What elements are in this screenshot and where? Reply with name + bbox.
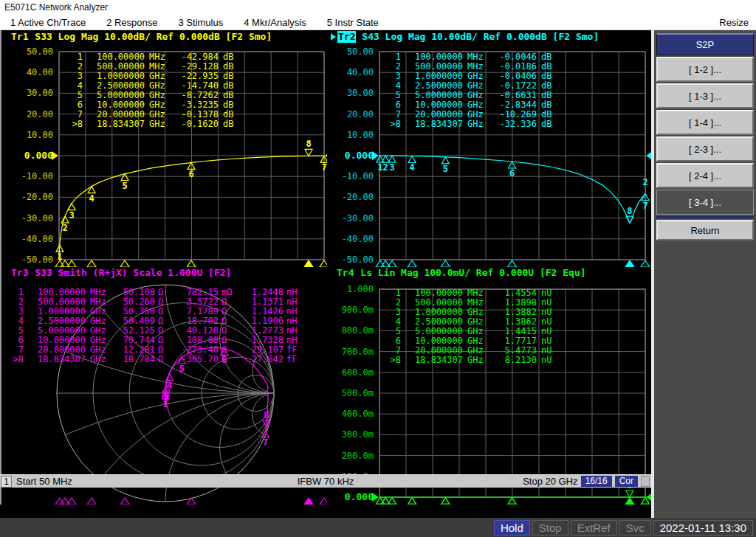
marker-table-row: >818.834307GHz-0.1620dB [63, 119, 241, 129]
channel-status-bar: 1 Start 50 MHz IFBW 70 kHz Stop 20 GHz 1… [0, 474, 651, 488]
ref-level-arrow-left-icon [52, 151, 58, 160]
svg-text:5: 5 [443, 164, 448, 174]
menu-item-4[interactable]: 4 Mkr/Analysis [233, 15, 317, 30]
svg-text:8: 8 [306, 139, 311, 149]
marker-4: 4 [88, 187, 95, 204]
softkey-2-4-button[interactable]: [ 2-4 ]... [656, 163, 754, 188]
trace-name-tr1: Tr1 [10, 31, 29, 43]
trace-format-tr1: S33 Log Mag 10.00dB/ Ref 0.000dB [F2 Smo… [29, 31, 272, 43]
softkey-2-3-button[interactable]: [ 2-3 ]... [656, 136, 754, 162]
menu-items: 1 Active Ch/Trace2 Response3 Stimulus4 M… [0, 15, 389, 30]
ref-level-arrow-left-icon [372, 151, 379, 160]
trace-format-tr4: Ls Lin Mag 100.0mU/ Ref 0.000U [F2 Equ] [354, 267, 585, 279]
window-titlebar: E5071C Network Analyzer [0, 0, 756, 15]
svg-text:-10.00: -10.00 [21, 171, 53, 181]
menu-item-2[interactable]: 2 Response [96, 15, 168, 30]
svg-text:-50.00: -50.00 [342, 254, 374, 265]
svg-text:6: 6 [188, 169, 193, 179]
window-title: E5071C Network Analyzer [4, 2, 108, 13]
analyzer-screen: E5071C Network Analyzer 1 Active Ch/Trac… [0, 0, 756, 537]
resize-button[interactable]: Resize [712, 15, 756, 30]
menu-item-1[interactable]: 1 Active Ch/Trace [0, 15, 96, 30]
svg-text:20.00: 20.00 [27, 109, 53, 119]
display-area: Tr1 S33 Log Mag 10.00dB/ Ref 0.000dB [F2… [0, 30, 756, 518]
softkey-1-3-button[interactable]: [ 1-3 ]... [656, 83, 754, 108]
svg-text:7: 7 [263, 437, 268, 448]
svg-text:600.0m: 600.0m [342, 367, 374, 378]
marker-position-indicators [55, 260, 327, 267]
stop-status-badge: Stop [532, 520, 568, 536]
svg-text:200.0m: 200.0m [342, 451, 374, 461]
svc-status-badge: Svc [619, 520, 651, 536]
svg-text:-10.00: -10.00 [342, 171, 374, 181]
svg-text:0.000: 0.000 [24, 150, 53, 161]
marker-8: 8 [626, 206, 633, 223]
svg-text:-30.00: -30.00 [21, 213, 53, 224]
svg-text:400.0m: 400.0m [342, 409, 374, 419]
svg-text:5: 5 [179, 364, 185, 374]
trace-header-tr2[interactable]: Tr2 S43 Log Mag 10.00dB/ Ref 0.000dB [F2… [327, 31, 653, 43]
softkey-separator [656, 216, 754, 218]
menu-spacer [389, 15, 712, 30]
svg-text:20.00: 20.00 [347, 109, 374, 119]
marker-table-tr2: 1100.00000MHz-0.0046dB2500.00000MHz-0.01… [382, 52, 559, 129]
marker-position-indicators [376, 260, 650, 267]
ref-level-arrow-left-icon [372, 493, 379, 502]
instrument-status-bar: Hold Stop ExtRef Svc 2022-01-11 13:30 [0, 518, 756, 537]
svg-text:0.000: 0.000 [345, 150, 374, 161]
softkey-1-2-button[interactable]: [ 1-2 ]... [656, 57, 754, 82]
trace-panel-tr3: Tr3 S33 Smith (R+jX) Scale 1.000U [F2] 1… [1, 267, 327, 505]
softkey-s2p-button[interactable]: S2P [656, 33, 754, 55]
svg-text:0.000: 0.000 [345, 491, 374, 502]
trace-name-tr3: Tr3 [10, 267, 29, 279]
svg-text:-20.00: -20.00 [342, 192, 374, 202]
softkey-sidebar: S2P[ 1-2 ]...[ 1-3 ]...[ 1-4 ]...[ 2-3 ]… [651, 30, 756, 518]
ifbw-label: IFBW 70 kHz [0, 476, 651, 487]
trace-header-tr1[interactable]: Tr1 S33 Log Mag 10.00dB/ Ref 0.000dB [F2… [1, 31, 327, 43]
marker-table-row: >818.834307GHz8.2130nU [382, 356, 559, 365]
marker-table-tr3: 1100.00000MHz50.108Ω782.15mΩ1.2448nH2500… [6, 288, 301, 364]
svg-text:2: 2 [62, 223, 67, 233]
svg-text:-40.00: -40.00 [21, 234, 53, 244]
svg-text:30.00: 30.00 [347, 88, 374, 98]
trace-name-tr4: Tr4 [336, 267, 354, 279]
svg-text:900.0m: 900.0m [342, 305, 374, 315]
marker-table-row: >818.834307GHz18.784Ω-305.70Ω27.642fF [6, 355, 301, 364]
svg-text:800.0m: 800.0m [342, 325, 374, 336]
softkey-1-4-button[interactable]: [ 1-4 ]... [656, 110, 754, 135]
svg-text:2: 2 [383, 162, 388, 173]
svg-text:50.00: 50.00 [347, 46, 374, 57]
svg-text:30.00: 30.00 [27, 88, 53, 98]
softkey-return-button[interactable]: Return [656, 220, 754, 240]
svg-text:3: 3 [390, 162, 395, 173]
extref-status-badge: ExtRef [571, 520, 617, 536]
svg-text:7: 7 [642, 201, 647, 211]
menu-bar: 1 Active Ch/Trace2 Response3 Stimulus4 M… [0, 15, 756, 30]
trace-header-tr3[interactable]: Tr3 S33 Smith (R+jX) Scale 1.000U [F2] [1, 267, 327, 279]
svg-text:50.00: 50.00 [27, 46, 53, 57]
menu-item-3[interactable]: 3 Stimulus [168, 15, 234, 30]
svg-text:4: 4 [167, 381, 172, 391]
plot-grid: Tr1 S33 Log Mag 10.00dB/ Ref 0.000dB [F2… [0, 30, 651, 505]
svg-text:3: 3 [69, 210, 74, 221]
trace-header-tr4[interactable]: Tr4 Ls Lin Mag 100.0mU/ Ref 0.000U [F2 E… [327, 267, 653, 279]
marker-table-row: >818.834307GHz-32.336dB [382, 119, 559, 129]
svg-text:5: 5 [122, 181, 127, 191]
svg-text:8: 8 [264, 410, 269, 420]
softkey-3-4-button[interactable]: [ 3-4 ]... [656, 190, 754, 215]
marker-3: 3 [388, 156, 396, 173]
svg-text:10.00: 10.00 [27, 130, 53, 140]
svg-text:2: 2 [642, 177, 647, 187]
menu-item-5[interactable]: 5 Instr State [317, 15, 389, 30]
active-trace-arrow-icon [331, 33, 336, 41]
marker-8: 8 [305, 139, 312, 156]
svg-text:-40.00: -40.00 [342, 234, 374, 244]
marker-4: 4 [166, 374, 173, 391]
trace-name-tr2: Tr2 [337, 31, 356, 43]
trace-format-tr3: S33 Smith (R+jX) Scale 1.000U [F2] [29, 267, 231, 279]
marker-2: 2 [382, 156, 389, 173]
marker-table-tr4: 1100.00000MHz1.4554nU2500.00000MHz1.3898… [382, 288, 559, 365]
marker-7: 72 [642, 177, 649, 211]
svg-text:1.000: 1.000 [347, 284, 374, 294]
marker-4: 4 [408, 156, 416, 173]
